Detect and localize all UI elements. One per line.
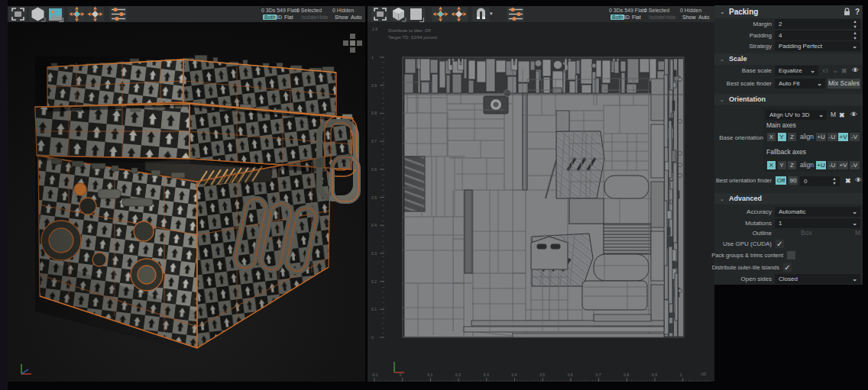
svg-text:0.1: 0.1 — [371, 307, 377, 311]
svg-text:0: 0 — [371, 335, 374, 340]
svg-text:0.5: 0.5 — [539, 372, 545, 377]
svg-text:0.4: 0.4 — [512, 372, 517, 377]
svg-text:Distribute to tiles: Off: Distribute to tiles: Off — [388, 28, 431, 33]
svg-text:1.9: 1.9 — [372, 27, 377, 31]
svg-text:0.8: 0.8 — [623, 372, 629, 377]
svg-text:0.7: 0.7 — [371, 139, 377, 143]
svg-text:0.6: 0.6 — [371, 167, 377, 172]
svg-text:0.2: 0.2 — [455, 372, 461, 377]
svg-text:0.7: 0.7 — [596, 372, 601, 377]
svg-text:1: 1 — [680, 372, 682, 377]
svg-text:0.3: 0.3 — [484, 372, 489, 377]
svg-text:0.6: 0.6 — [568, 372, 573, 377]
svg-text:0.2: 0.2 — [371, 279, 377, 284]
svg-text:1: 1 — [371, 55, 374, 60]
svg-text:-0.1: -0.1 — [371, 372, 378, 377]
svg-text:0.9: 0.9 — [652, 372, 657, 377]
svg-text:Target TD: 32/64 px/unit: Target TD: 32/64 px/unit — [388, 35, 437, 40]
svg-text:0.9: 0.9 — [371, 83, 377, 88]
svg-text:0.1: 0.1 — [427, 372, 432, 377]
svg-text:0.4: 0.4 — [371, 223, 377, 227]
svg-text:0.5: 0.5 — [371, 195, 377, 200]
svg-text:0.8: 0.8 — [371, 111, 377, 115]
svg-text:UD: UD — [701, 372, 707, 376]
svg-text:0.3: 0.3 — [371, 251, 377, 256]
svg-text:0: 0 — [400, 372, 402, 377]
